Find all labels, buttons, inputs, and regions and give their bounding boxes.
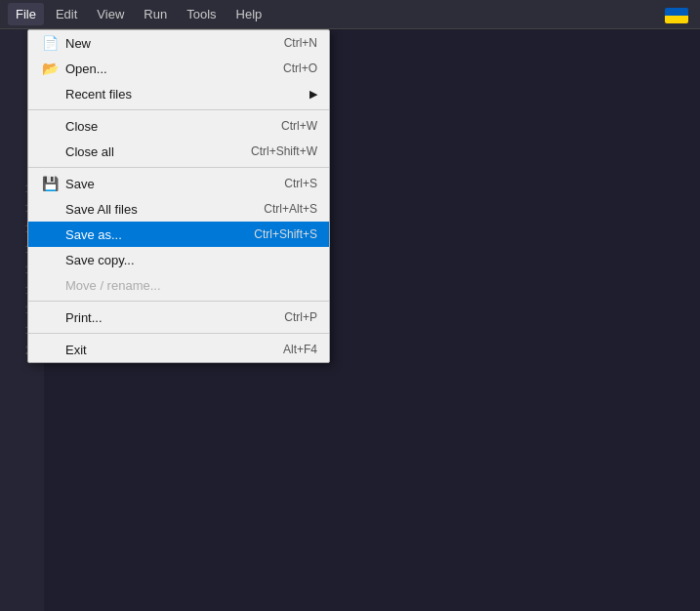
menu-tools[interactable]: Tools (179, 3, 224, 25)
menu-item-close-shortcut: Ctrl+W (281, 119, 317, 133)
separator-1 (28, 109, 329, 110)
menu-item-saveall[interactable]: Save All files Ctrl+Alt+S (28, 196, 329, 222)
menu-item-save-label: Save (65, 177, 265, 191)
menu-item-new-label: New (65, 36, 265, 51)
menu-item-save-shortcut: Ctrl+S (284, 177, 317, 190)
menu-item-new-shortcut: Ctrl+N (284, 36, 317, 50)
menu-file[interactable]: File (8, 3, 44, 25)
menu-item-saveall-shortcut: Ctrl+Alt+S (264, 202, 317, 216)
save-icon: 💾 (40, 176, 60, 191)
menu-item-savecopy[interactable]: Save copy... (28, 247, 329, 272)
menu-item-open[interactable]: 📂 Open... Ctrl+O (28, 56, 329, 81)
menu-item-saveall-label: Save All files (65, 202, 244, 217)
file-menu-dropdown: 📄 New Ctrl+N 📂 Open... Ctrl+O Recent fil… (27, 29, 330, 363)
menu-item-exit-shortcut: Alt+F4 (283, 343, 317, 356)
menubar: File Edit View Run Tools Help (0, 0, 700, 29)
menu-item-closeall-shortcut: Ctrl+Shift+W (251, 144, 317, 158)
menu-item-moverename-label: Move / rename... (65, 278, 317, 293)
menu-item-closeall[interactable]: Close all Ctrl+Shift+W (28, 139, 329, 164)
menu-item-close-label: Close (65, 119, 262, 134)
flag-yellow (665, 16, 688, 23)
open-folder-icon: 📂 (40, 61, 60, 76)
menu-item-savecopy-label: Save copy... (65, 253, 298, 267)
separator-4 (28, 333, 329, 334)
menu-item-open-label: Open... (65, 61, 264, 76)
menu-item-open-shortcut: Ctrl+O (283, 61, 317, 75)
separator-2 (28, 167, 329, 168)
menu-item-save[interactable]: 💾 Save Ctrl+S (28, 171, 329, 196)
menu-item-saveas[interactable]: Save as... Ctrl+Shift+S (28, 222, 329, 247)
menu-item-saveas-label: Save as... (65, 227, 234, 242)
menu-help[interactable]: Help (228, 3, 270, 25)
menu-item-exit[interactable]: Exit Alt+F4 (28, 337, 329, 362)
submenu-arrow-icon: ▶ (309, 88, 317, 101)
menu-item-saveas-shortcut: Ctrl+Shift+S (254, 227, 317, 241)
menu-item-print-label: Print... (65, 310, 265, 325)
menu-item-new[interactable]: 📄 New Ctrl+N (28, 30, 329, 56)
menu-item-moverename[interactable]: Move / rename... (28, 272, 329, 298)
menu-item-print-shortcut: Ctrl+P (284, 310, 317, 324)
flag-icon (665, 8, 688, 23)
menu-item-print[interactable]: Print... Ctrl+P (28, 305, 329, 330)
flag-blue (665, 8, 688, 16)
menu-item-recent[interactable]: Recent files ▶ (28, 81, 329, 106)
separator-3 (28, 301, 329, 302)
menu-edit[interactable]: Edit (48, 3, 85, 25)
menu-view[interactable]: View (89, 3, 132, 25)
menu-item-recent-label: Recent files (65, 87, 306, 102)
menu-item-exit-label: Exit (65, 343, 264, 357)
new-doc-icon: 📄 (40, 35, 60, 51)
menu-item-closeall-label: Close all (65, 144, 231, 159)
menu-item-close[interactable]: Close Ctrl+W (28, 113, 329, 139)
menu-run[interactable]: Run (136, 3, 175, 25)
